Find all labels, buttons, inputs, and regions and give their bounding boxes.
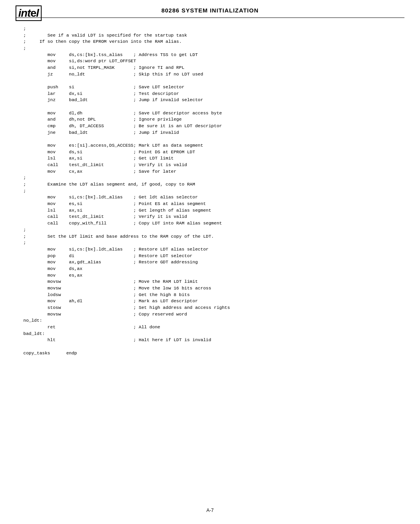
content-area: ; ; See if a valid LDT is specified for … [0, 18, 420, 372]
page-footer: A-7 [0, 508, 420, 513]
logo-area: intel [16, 5, 42, 21]
assembly-code: ; ; See if a valid LDT is specified for … [23, 26, 397, 356]
logo-text: intel [18, 7, 39, 19]
page-header: intel 80286 SYSTEM INITIALIZATION [0, 0, 420, 18]
intel-logo: intel [16, 5, 42, 21]
footer-page-number: A-7 [206, 508, 214, 513]
page-title: 80286 SYSTEM INITIALIZATION [161, 7, 259, 14]
